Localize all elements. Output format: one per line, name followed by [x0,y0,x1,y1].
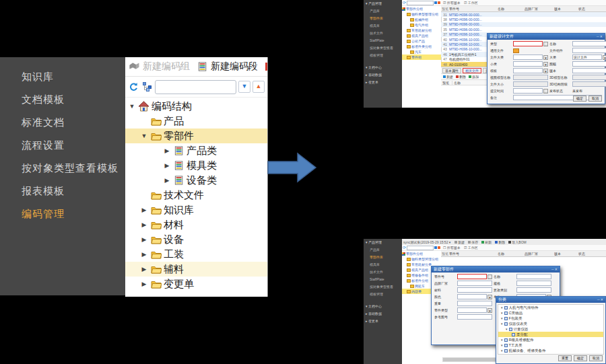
collapse-arrow-icon[interactable]: ▼ [140,133,148,139]
expand-arrow-icon[interactable]: ▶ [163,147,171,154]
category-tree-item[interactable]: ▾仪器仪表类 [498,321,603,326]
field-input[interactable] [513,41,543,46]
refresh-icon[interactable] [128,81,139,92]
mini-sidebar-footer-item[interactable]: ▸ 变更单 [364,79,402,86]
field-input[interactable] [572,81,606,87]
sidebar-item-2[interactable]: 标准文档 [0,111,125,134]
column-header[interactable]: 预览 [441,252,449,256]
category-checkbox-icon[interactable] [509,328,512,331]
table-row[interactable]: 38MT9D-H096-00-000... [441,17,606,22]
table-row[interactable]: 39MT9D-H096-00-000... [441,22,606,27]
tree-node[interactable]: 产品 [125,114,267,129]
new-code-group-button[interactable]: 新建编码组 [125,57,193,76]
mini-sidebar-item[interactable]: 模板管理 [364,291,402,298]
tree-node[interactable]: ▶辅料 [125,262,267,277]
tab-0[interactable]: 基本属性 [442,68,461,73]
expand-arrow-icon[interactable]: ▶ [140,221,148,228]
close-icon[interactable]: ─ ✕ [597,297,603,303]
mini-tree-item[interactable]: 电气件组 [402,22,441,28]
category-tree-item[interactable]: ▾T工具类 [498,342,603,348]
cancel-button[interactable]: 取消 [588,96,602,102]
action-button[interactable]: 添加 [469,75,479,79]
mini-sidebar-item[interactable]: 产品库 [364,7,402,15]
sidebar-item-1[interactable]: 文档模板 [0,88,125,111]
column-header[interactable]: 品牌厂家 [525,7,554,11]
category-checkbox-icon[interactable] [504,338,508,342]
category-tree-item[interactable]: ▾F包装类 [498,316,603,321]
field-input[interactable] [516,274,551,279]
field-input[interactable] [572,41,606,46]
mini-sidebar-footer-item[interactable]: ▾ 文档中心 [364,303,402,310]
mini-tree-item[interactable]: 模具产品组 [402,33,441,38]
mini-sidebar-item[interactable]: 按对象类型查看 [364,44,402,52]
field-input[interactable] [513,54,543,60]
mini-tree-item[interactable]: 物料类型整理分组 [402,11,441,17]
search-up-button[interactable] [438,1,440,4]
tree-search-input[interactable] [155,80,236,94]
mini-tree-item[interactable]: 常用耗材分组 [402,28,441,33]
ellipsis-button[interactable]: … [487,275,492,279]
mini-tree-root[interactable]: 零部件分组 [402,251,441,256]
mini-tree-item[interactable]: 物料类型管理分组 [402,256,441,262]
mini-search-input[interactable] [407,246,434,250]
mini-sidebar-footer-item[interactable]: ▾ 文档中心 [364,64,402,71]
column-header[interactable]: 名称 [498,252,525,256]
field-input[interactable] [457,287,492,293]
ok-button[interactable]: 确定 [574,355,587,361]
mini-sidebar-footer-item[interactable]: ▸ 变更单 [364,318,402,325]
category-checkbox-icon[interactable] [504,344,508,347]
search-down-button[interactable] [434,246,437,249]
dropdown-arrow-icon[interactable]: ▾ [543,55,548,60]
sidebar-item-3[interactable]: 流程设置 [0,134,125,157]
dialog-titlebar[interactable]: 分类 ─ ✕ [496,297,605,303]
sidebar-item-6[interactable]: 编码管理 [0,203,125,225]
mini-sidebar-item[interactable]: 技术文件 [364,268,402,276]
category-tree-item[interactable]: ▾机械设备、维修类备件 [498,348,603,353]
collapse-arrow-icon[interactable]: ▾ [501,311,503,315]
category-tree-item[interactable]: ▾C类物品 [498,310,603,316]
tree-node[interactable]: 技术文件 [125,188,267,203]
search-down-button[interactable]: ▼ [238,81,250,93]
mini-sidebar-item[interactable]: 零部件库 [364,15,402,22]
field-input[interactable] [457,307,487,313]
dropdown-arrow-icon[interactable]: ▾ [543,62,548,67]
tree-node[interactable]: ▼编码结构 [125,99,267,114]
category-checkbox-icon[interactable] [504,317,508,320]
field-input[interactable] [572,48,606,53]
category-tree-item[interactable]: 泵分配 [498,332,603,337]
mini-sidebar-item[interactable]: 模板管理 [364,52,402,59]
new-code-segment-button[interactable]: 新建编码段 [193,57,261,76]
tree-node[interactable]: ▼零部件 [125,129,267,143]
collapse-arrow-icon[interactable]: ▾ [501,349,503,353]
search-up-button[interactable] [438,246,440,249]
ellipsis-button[interactable]: … [543,42,548,46]
mini-sidebar-item[interactable]: 模具库 [364,261,402,268]
expand-arrow-icon[interactable]: ▶ [140,281,148,287]
field-input[interactable] [457,294,487,299]
collapse-arrow-icon[interactable]: ▾ [501,322,503,326]
sidebar-item-4[interactable]: 按对象类型查看模板 [0,157,125,180]
column-header[interactable]: 版本 [554,7,578,11]
mini-sidebar-item[interactable]: 零部件库 [364,254,402,261]
filter-checkbox[interactable]: ☑ 所有版本 [443,1,461,5]
search-up-button[interactable]: ▲ [252,81,265,93]
field-input[interactable] [457,281,492,286]
category-tree-item[interactable]: ▾计量仪器 [498,326,603,332]
close-icon[interactable]: ─ ✕ [551,266,558,272]
mini-sidebar-item[interactable]: 按对象类型查看 [364,283,402,291]
mini-sidebar-item[interactable]: StaffPlate [364,276,402,283]
mini-sidebar-footer-item[interactable]: ▸ 基础数据 [364,310,402,318]
field-input[interactable] [516,287,551,293]
expand-arrow-icon[interactable]: ▶ [140,251,148,258]
mini-tree-item[interactable]: 机械件组 [402,17,441,22]
table-row[interactable]: 31MT9D-H096-00-000... [441,12,606,17]
filter-checkbox[interactable]: ☐ 所有版本 [443,246,461,250]
dropdown-arrow-icon[interactable]: ▾ [603,55,606,60]
refresh-icon[interactable]: ⟳ [403,246,406,250]
tree-node[interactable]: ▶模具类 [125,158,267,173]
search-down-button[interactable] [434,1,437,4]
category-checkbox-icon[interactable] [504,306,508,310]
sidebar-item-0[interactable]: 知识库 [0,65,125,88]
tab-1[interactable]: 相关文件 [463,68,481,73]
column-header[interactable]: 名称 [498,7,525,11]
